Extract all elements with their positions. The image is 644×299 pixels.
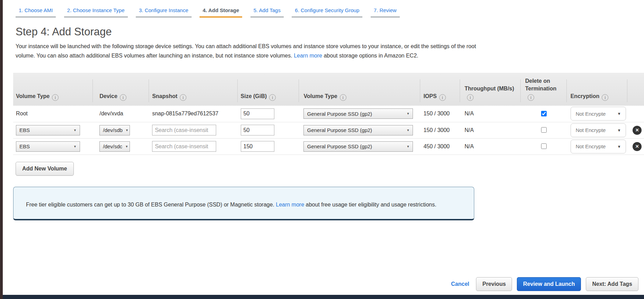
- chevron-down-icon: ▼: [407, 129, 410, 132]
- device-select-value: /dev/sdc: [103, 143, 122, 149]
- review-and-launch-button[interactable]: Review and Launch: [517, 277, 581, 291]
- delete-on-termination-checkbox[interactable]: [541, 143, 547, 149]
- previous-button[interactable]: Previous: [476, 277, 512, 291]
- tab-choose-ami[interactable]: 1. Choose AMI: [16, 5, 56, 18]
- row-actions-cell: ✕: [627, 138, 644, 155]
- device-cell: /dev/sdc ▼: [92, 138, 149, 155]
- volume-type-select-value: EBS: [19, 127, 30, 133]
- col-header-iops: IOPSi: [420, 73, 460, 106]
- volume-type-cell: EBS ▼: [13, 122, 92, 138]
- chevron-down-icon: ▼: [73, 145, 77, 148]
- volume-type-select[interactable]: General Purpose SSD (gp2) ▼: [303, 125, 413, 135]
- volume-type-select-value: General Purpose SSD (gp2): [307, 143, 372, 149]
- encryption-cell: Not Encrypte ▼: [566, 138, 627, 155]
- col-header-snapshot: Snapshoti: [149, 73, 237, 106]
- info-icon[interactable]: i: [52, 94, 59, 101]
- encryption-select-value: Not Encrypte: [576, 111, 606, 117]
- size-input[interactable]: [241, 125, 274, 135]
- encryption-select[interactable]: Not Encrypte ▼: [571, 123, 626, 137]
- volume-type-cell: Root: [13, 106, 92, 122]
- col-header-label: Snapshot: [152, 93, 177, 99]
- free-tier-learn-more-link[interactable]: Learn more: [276, 202, 304, 208]
- size-input[interactable]: [241, 141, 274, 152]
- chevron-down-icon: ▼: [125, 129, 129, 132]
- description-text-after: about storage options in Amazon EC2.: [324, 53, 418, 59]
- tab-configure-instance[interactable]: 3. Configure Instance: [136, 5, 192, 18]
- info-icon[interactable]: i: [269, 94, 276, 101]
- device-select[interactable]: /dev/sdb ▼: [99, 125, 130, 135]
- col-header-actions: [627, 73, 644, 106]
- window-edge-strip: [0, 0, 3, 299]
- col-header-label: Volume Type: [16, 93, 50, 99]
- free-tier-info-box: Free tier eligible customers can get up …: [13, 187, 474, 220]
- volume-type-select[interactable]: EBS ▼: [16, 141, 80, 152]
- tab-add-storage[interactable]: 4. Add Storage: [200, 5, 242, 18]
- volume-type-select-value: EBS: [19, 143, 30, 149]
- wizard-step-tabs: 1. Choose AMI 2. Choose Instance Type 3.…: [16, 0, 644, 18]
- info-icon[interactable]: i: [180, 94, 186, 101]
- size-cell: [237, 106, 299, 122]
- encryption-select[interactable]: Not Encrypte ▼: [571, 107, 626, 121]
- free-tier-text-after: about free usage tier eligibility and us…: [306, 202, 436, 208]
- tab-add-tags[interactable]: 5. Add Tags: [250, 5, 284, 18]
- volume-type-select[interactable]: General Purpose SSD (gp2) ▼: [303, 108, 413, 119]
- row-actions-cell: ✕: [627, 122, 644, 138]
- info-icon[interactable]: i: [340, 94, 346, 101]
- tab-choose-instance-type[interactable]: 2. Choose Instance Type: [64, 5, 128, 18]
- volume-type-select-value: General Purpose SSD (gp2): [307, 127, 372, 133]
- snapshot-search-input[interactable]: [152, 125, 216, 135]
- next-add-tags-button[interactable]: Next: Add Tags: [586, 277, 638, 291]
- device-select[interactable]: /dev/sdc ▼: [99, 141, 130, 152]
- free-tier-text: Free tier eligible customers can get up …: [26, 202, 274, 208]
- chevron-down-icon: ▼: [617, 112, 621, 116]
- console-footer-bar: [3, 295, 644, 299]
- device-cell: /dev/sdb ▼: [92, 122, 149, 138]
- delete-on-termination-checkbox[interactable]: [541, 111, 547, 116]
- iops-cell: 150 / 3000: [420, 106, 460, 122]
- info-icon[interactable]: i: [120, 94, 126, 101]
- device-cell: /dev/xvda: [92, 106, 149, 122]
- col-header-throughput: Throughput (MB/s)i: [460, 73, 520, 106]
- encryption-select-value: Not Encrypte: [576, 143, 606, 149]
- snapshot-cell: [149, 122, 237, 138]
- table-row-root-volume: Root /dev/xvda snap-0815a779ed7612537 Ge…: [13, 106, 644, 122]
- col-header-volume-type: Volume Typei: [13, 73, 92, 106]
- col-header-label: Delete on Termination: [525, 78, 556, 91]
- wizard-page: 1. Choose AMI 2. Choose Instance Type 3.…: [3, 0, 644, 295]
- chevron-down-icon: ▼: [617, 144, 621, 149]
- chevron-down-icon: ▼: [73, 129, 77, 132]
- device-select-value: /dev/sdb: [103, 127, 123, 133]
- encryption-select[interactable]: Not Encrypte ▼: [571, 140, 626, 153]
- size-input[interactable]: [241, 108, 274, 119]
- col-header-label: Volume Type: [303, 93, 337, 99]
- info-icon[interactable]: i: [467, 94, 474, 101]
- learn-more-link[interactable]: Learn more: [294, 53, 322, 59]
- delete-volume-button[interactable]: ✕: [633, 126, 642, 135]
- info-icon[interactable]: i: [528, 94, 534, 101]
- table-header-row: Volume Typei Devicei Snapshoti Size (GiB…: [13, 73, 644, 106]
- chevron-down-icon: ▼: [407, 112, 410, 115]
- col-header-device: Devicei: [92, 73, 149, 106]
- add-new-volume-button[interactable]: Add New Volume: [16, 162, 74, 176]
- encryption-cell: Not Encrypte ▼: [566, 106, 627, 122]
- page-title: Step 4: Add Storage: [16, 25, 644, 38]
- delete-on-termination-checkbox[interactable]: [541, 127, 547, 133]
- chevron-down-icon: ▼: [125, 145, 128, 148]
- delete-volume-button[interactable]: ✕: [633, 142, 642, 151]
- tab-configure-security-group[interactable]: 6. Configure Security Group: [292, 5, 362, 18]
- cancel-link[interactable]: Cancel: [451, 281, 469, 287]
- info-icon[interactable]: i: [602, 94, 608, 101]
- snapshot-cell: snap-0815a779ed7612537: [149, 106, 237, 122]
- chevron-down-icon: ▼: [617, 128, 621, 132]
- info-icon[interactable]: i: [439, 94, 446, 101]
- col-header-size: Size (GiB)i: [237, 73, 299, 106]
- col-header-label: Size (GiB): [241, 93, 267, 99]
- col-header-label: IOPS: [423, 93, 436, 99]
- volume-type-select[interactable]: General Purpose SSD (gp2) ▼: [303, 141, 413, 152]
- col-header-volume-type-select: Volume Typei: [299, 73, 420, 106]
- col-header-delete-on-termination: Delete on Terminationi: [520, 73, 566, 106]
- tab-review[interactable]: 7. Review: [371, 5, 400, 18]
- volume-type-select[interactable]: EBS ▼: [16, 125, 80, 135]
- snapshot-search-input[interactable]: [152, 141, 216, 152]
- col-header-encryption: Encryptioni: [566, 73, 627, 106]
